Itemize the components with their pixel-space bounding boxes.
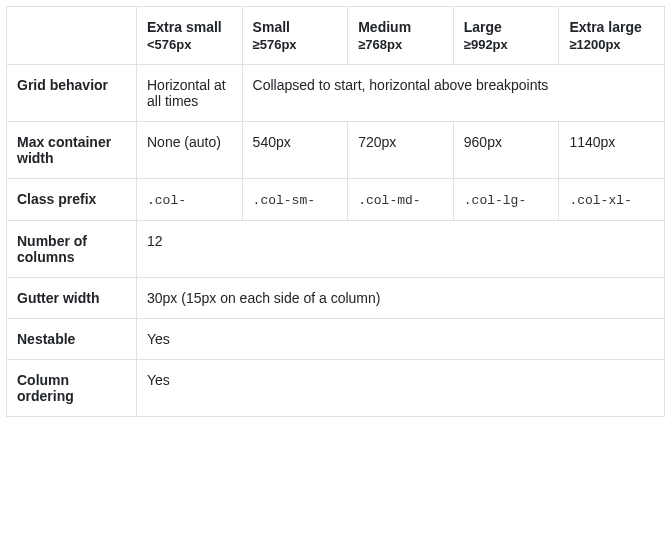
cell-value: 12 bbox=[137, 221, 665, 278]
cell-lg: 960px bbox=[453, 122, 559, 179]
cell-sm: .col-sm- bbox=[242, 179, 348, 221]
row-label: Grid behavior bbox=[7, 65, 137, 122]
header-sub: ≥768px bbox=[358, 37, 443, 52]
header-sub: <576px bbox=[147, 37, 232, 52]
cell-value: 30px (15px on each side of a column) bbox=[137, 278, 665, 319]
header-sub: ≥992px bbox=[464, 37, 549, 52]
cell-sm: 540px bbox=[242, 122, 348, 179]
header-title: Small bbox=[253, 19, 290, 35]
row-gutter-width: Gutter width 30px (15px on each side of … bbox=[7, 278, 665, 319]
header-lg: Large ≥992px bbox=[453, 7, 559, 65]
cell-xs: .col- bbox=[137, 179, 243, 221]
code: .col-md- bbox=[358, 193, 420, 208]
header-title: Extra small bbox=[147, 19, 222, 35]
cell-lg: .col-lg- bbox=[453, 179, 559, 221]
cell-xs: Horizontal at all times bbox=[137, 65, 243, 122]
header-row: Extra small <576px Small ≥576px Medium ≥… bbox=[7, 7, 665, 65]
header-title: Large bbox=[464, 19, 502, 35]
grid-options-table: Extra small <576px Small ≥576px Medium ≥… bbox=[6, 6, 665, 417]
row-label: Column ordering bbox=[7, 360, 137, 417]
header-xs: Extra small <576px bbox=[137, 7, 243, 65]
header-xl: Extra large ≥1200px bbox=[559, 7, 665, 65]
code: .col-lg- bbox=[464, 193, 526, 208]
header-md: Medium ≥768px bbox=[348, 7, 454, 65]
cell-value: Yes bbox=[137, 360, 665, 417]
row-nestable: Nestable Yes bbox=[7, 319, 665, 360]
row-label: Gutter width bbox=[7, 278, 137, 319]
row-column-ordering: Column ordering Yes bbox=[7, 360, 665, 417]
row-label: Number of columns bbox=[7, 221, 137, 278]
header-sm: Small ≥576px bbox=[242, 7, 348, 65]
row-label: Max container width bbox=[7, 122, 137, 179]
row-class-prefix: Class prefix .col- .col-sm- .col-md- .co… bbox=[7, 179, 665, 221]
row-label: Class prefix bbox=[7, 179, 137, 221]
header-sub: ≥1200px bbox=[569, 37, 654, 52]
cell-rest: Collapsed to start, horizontal above bre… bbox=[242, 65, 664, 122]
code: .col-sm- bbox=[253, 193, 315, 208]
cell-md: 720px bbox=[348, 122, 454, 179]
code: .col- bbox=[147, 193, 186, 208]
header-blank bbox=[7, 7, 137, 65]
cell-xl: .col-xl- bbox=[559, 179, 665, 221]
row-num-columns: Number of columns 12 bbox=[7, 221, 665, 278]
header-title: Medium bbox=[358, 19, 411, 35]
cell-xl: 1140px bbox=[559, 122, 665, 179]
cell-xs: None (auto) bbox=[137, 122, 243, 179]
cell-md: .col-md- bbox=[348, 179, 454, 221]
header-title: Extra large bbox=[569, 19, 641, 35]
row-max-container-width: Max container width None (auto) 540px 72… bbox=[7, 122, 665, 179]
code: .col-xl- bbox=[569, 193, 631, 208]
cell-value: Yes bbox=[137, 319, 665, 360]
row-grid-behavior: Grid behavior Horizontal at all times Co… bbox=[7, 65, 665, 122]
header-sub: ≥576px bbox=[253, 37, 338, 52]
row-label: Nestable bbox=[7, 319, 137, 360]
